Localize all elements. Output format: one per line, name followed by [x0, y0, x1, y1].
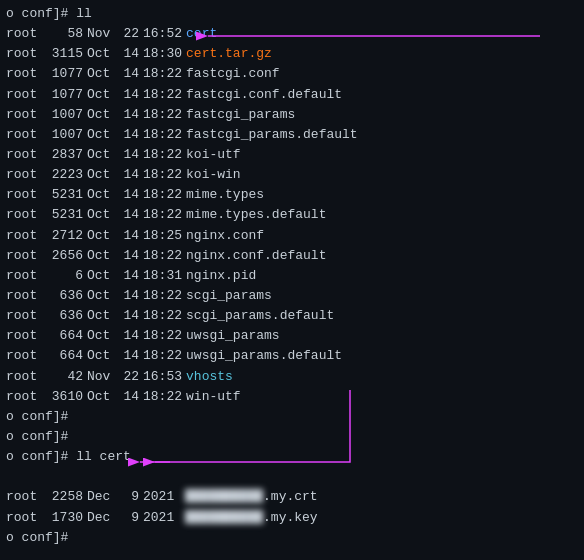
file-size: 1007	[45, 125, 83, 145]
file-prefix: root	[6, 367, 45, 387]
file-size: 664	[45, 346, 83, 366]
file-time: 18:22	[143, 185, 182, 205]
file-prefix: root	[6, 266, 45, 286]
file-size: 42	[45, 367, 83, 387]
file-row: root 1007Oct1418:22fastcgi_params	[6, 105, 578, 125]
file-time: 18:22	[143, 387, 182, 407]
file-day: 14	[121, 387, 139, 407]
file-name: fastcgi.conf	[186, 64, 280, 84]
file-size: 6	[45, 266, 83, 286]
command-line-ll-cert: o conf]# ll cert	[6, 447, 578, 467]
file-month: Oct	[87, 387, 117, 407]
file-row: root 2223Oct1418:22koi-win	[6, 165, 578, 185]
file-month: Oct	[87, 44, 117, 64]
cert-day: 9	[121, 487, 139, 507]
file-size: 664	[45, 326, 83, 346]
file-size: 2656	[45, 246, 83, 266]
file-name: cert	[186, 24, 217, 44]
file-day: 14	[121, 44, 139, 64]
cert-file-row: root 2258Dec92021██████████.my.crt	[6, 487, 578, 507]
file-time: 18:22	[143, 306, 182, 326]
file-time: 18:22	[143, 85, 182, 105]
file-day: 14	[121, 226, 139, 246]
file-name: mime.types	[186, 185, 264, 205]
file-row: root 42Nov2216:53vhosts	[6, 367, 578, 387]
file-row: root 6Oct1418:31nginx.pid	[6, 266, 578, 286]
file-prefix: root	[6, 326, 45, 346]
file-prefix: root	[6, 226, 45, 246]
empty-prompt-2: o conf]#	[6, 427, 578, 447]
cert-file-row: root 1730Dec92021██████████.my.key	[6, 508, 578, 528]
file-name: scgi_params.default	[186, 306, 334, 326]
file-row: root 5231Oct1418:22mime.types	[6, 185, 578, 205]
file-day: 14	[121, 145, 139, 165]
file-time: 18:22	[143, 286, 182, 306]
file-month: Oct	[87, 145, 117, 165]
file-size: 3115	[45, 44, 83, 64]
file-time: 18:22	[143, 105, 182, 125]
file-prefix: root	[6, 185, 45, 205]
file-row: root 664Oct1418:22uwsgi_params.default	[6, 346, 578, 366]
cert-name-ext: .my.key	[263, 508, 318, 528]
file-day: 14	[121, 246, 139, 266]
file-month: Oct	[87, 185, 117, 205]
file-row: root 3115Oct1418:30cert.tar.gz	[6, 44, 578, 64]
file-row: root 58Nov2216:52cert	[6, 24, 578, 44]
file-row: root 5231Oct1418:22mime.types.default	[6, 205, 578, 225]
file-time: 18:22	[143, 125, 182, 145]
file-row: root 3610Oct1418:22win-utf	[6, 387, 578, 407]
file-month: Oct	[87, 165, 117, 185]
file-day: 14	[121, 85, 139, 105]
file-month: Oct	[87, 85, 117, 105]
file-day: 14	[121, 266, 139, 286]
file-size: 1077	[45, 64, 83, 84]
final-prompt: o conf]#	[6, 528, 578, 548]
file-name: fastcgi.conf.default	[186, 85, 342, 105]
file-size: 1077	[45, 85, 83, 105]
file-prefix: root	[6, 387, 45, 407]
file-month: Oct	[87, 205, 117, 225]
file-time: 18:22	[143, 346, 182, 366]
file-size: 5231	[45, 185, 83, 205]
file-name: nginx.pid	[186, 266, 256, 286]
cert-size: 1730	[45, 508, 83, 528]
file-name: nginx.conf	[186, 226, 264, 246]
file-row: root 1077Oct1418:22fastcgi.conf	[6, 64, 578, 84]
file-month: Oct	[87, 226, 117, 246]
file-day: 14	[121, 125, 139, 145]
file-day: 14	[121, 105, 139, 125]
file-name: nginx.conf.default	[186, 246, 326, 266]
file-month: Oct	[87, 105, 117, 125]
file-size: 636	[45, 286, 83, 306]
cert-day: 9	[121, 508, 139, 528]
file-month: Oct	[87, 306, 117, 326]
file-size: 2712	[45, 226, 83, 246]
cert-month: Dec	[87, 487, 117, 507]
file-day: 22	[121, 367, 139, 387]
file-row: root 664Oct1418:22uwsgi_params	[6, 326, 578, 346]
file-name: vhosts	[186, 367, 233, 387]
empty-prompt-1: o conf]#	[6, 407, 578, 427]
file-day: 14	[121, 165, 139, 185]
file-prefix: root	[6, 125, 45, 145]
cert-name-ext: .my.crt	[263, 487, 318, 507]
file-day: 14	[121, 326, 139, 346]
file-prefix: root	[6, 44, 45, 64]
file-time: 18:22	[143, 326, 182, 346]
file-prefix: root	[6, 306, 45, 326]
file-name: koi-utf	[186, 145, 241, 165]
file-day: 14	[121, 64, 139, 84]
command-line-ll: o conf]# ll	[6, 4, 578, 24]
file-size: 5231	[45, 205, 83, 225]
file-month: Oct	[87, 346, 117, 366]
file-prefix: root	[6, 346, 45, 366]
prompt-prefix: o conf]# ll	[6, 4, 92, 24]
file-listing: root 58Nov2216:52certroot 3115Oct1418:30…	[6, 24, 578, 407]
file-name: scgi_params	[186, 286, 272, 306]
file-name: mime.types.default	[186, 205, 326, 225]
terminal: o conf]# ll root 58Nov2216:52certroot 31…	[0, 0, 584, 552]
cert-listing: root 2258Dec92021██████████.my.crtroot 1…	[6, 487, 578, 527]
file-row: root 1077Oct1418:22fastcgi.conf.default	[6, 85, 578, 105]
file-name: fastcgi_params.default	[186, 125, 358, 145]
file-time: 18:25	[143, 226, 182, 246]
